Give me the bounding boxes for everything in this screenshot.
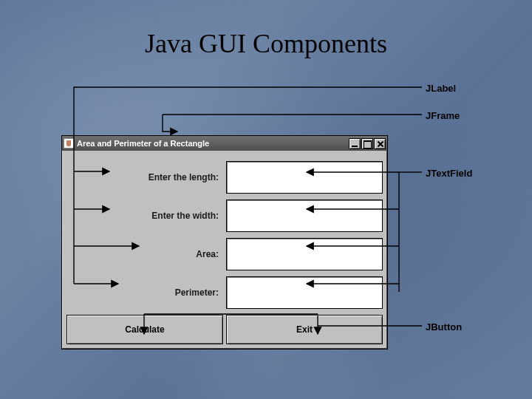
label-area: Area: bbox=[66, 238, 223, 270]
calculate-button[interactable]: Calculate bbox=[66, 315, 223, 344]
slide-title: Java GUI Components bbox=[0, 28, 532, 59]
jframe-window[interactable]: Area and Perimeter of a Rectangle Enter … bbox=[61, 135, 388, 349]
java-icon bbox=[64, 138, 74, 149]
field-perimeter[interactable] bbox=[226, 276, 383, 309]
field-area[interactable] bbox=[226, 238, 383, 270]
annotation-jframe: JFrame bbox=[426, 110, 460, 121]
annotation-jlabel: JLabel bbox=[426, 83, 456, 94]
exit-button[interactable]: Exit bbox=[226, 315, 383, 344]
minimize-button[interactable] bbox=[349, 138, 361, 149]
label-perimeter: Perimeter: bbox=[66, 276, 223, 309]
field-width[interactable] bbox=[226, 200, 383, 232]
field-length[interactable] bbox=[226, 161, 383, 194]
maximize-button[interactable] bbox=[361, 138, 373, 149]
label-width: Enter the width: bbox=[66, 200, 223, 232]
window-content: Enter the length: Enter the width: Area:… bbox=[62, 151, 387, 349]
label-length: Enter the length: bbox=[66, 161, 223, 194]
close-button[interactable] bbox=[374, 138, 386, 149]
titlebar[interactable]: Area and Perimeter of a Rectangle bbox=[62, 136, 387, 151]
annotation-jtextfield: JTextField bbox=[426, 168, 472, 179]
annotation-jbutton: JButton bbox=[426, 321, 462, 332]
window-title: Area and Perimeter of a Rectangle bbox=[77, 139, 349, 148]
